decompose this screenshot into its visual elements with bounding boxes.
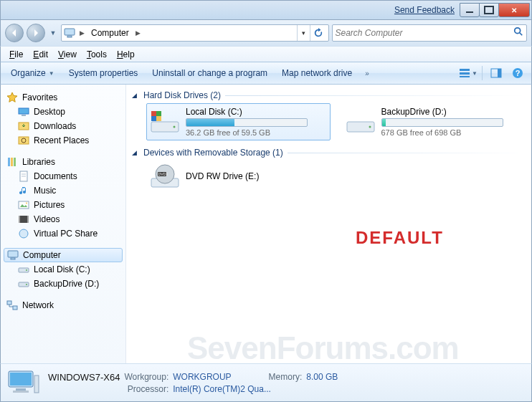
breadcrumb-segment-computer[interactable]: Computer — [88, 25, 132, 41]
maximize-button[interactable] — [479, 3, 499, 17]
sidebar-item-virtualpc[interactable]: Virtual PC Share — [1, 226, 125, 241]
svg-rect-36 — [13, 306, 17, 310]
sidebar-item-pictures[interactable]: Pictures — [1, 198, 125, 212]
svg-rect-41 — [156, 116, 161, 121]
computer-icon — [63, 27, 76, 39]
sidebar-item-backup-drive-d[interactable]: BackupDrive (D:) — [1, 277, 125, 291]
drive-freespace: 678 GB free of 698 GB — [381, 128, 523, 137]
svg-line-3 — [520, 33, 523, 36]
details-memory: 8.00 GB — [306, 372, 338, 382]
drive-local-disk-c[interactable]: Local Disk (C:) 36.2 GB free of 59.5 GB — [146, 103, 331, 140]
downloads-icon — [18, 120, 29, 132]
close-button[interactable] — [498, 3, 530, 17]
search-input[interactable] — [336, 28, 514, 38]
svg-rect-52 — [16, 388, 26, 391]
capacity-bar — [381, 118, 503, 127]
svg-rect-53 — [13, 391, 29, 393]
nav-history-dropdown[interactable]: ▼ — [48, 24, 58, 42]
command-bar: Organize▼ System properties Uninstall or… — [0, 62, 532, 85]
sidebar-item-local-disk-c[interactable]: Local Disk (C:) — [1, 262, 125, 277]
sidebar-favorites[interactable]: Favorites — [1, 90, 125, 105]
back-button[interactable] — [5, 24, 24, 42]
sidebar-item-videos[interactable]: Videos — [1, 212, 125, 226]
address-bar[interactable]: ▶ Computer ▶ ▾ — [61, 24, 329, 42]
side-group-libraries: Libraries Documents Music Pictures Video… — [1, 155, 125, 241]
menu-edit[interactable]: Edit — [29, 48, 52, 61]
svg-rect-29 — [8, 251, 18, 257]
videos-icon — [18, 214, 29, 225]
side-group-network: Network — [1, 298, 125, 312]
drive-icon — [18, 278, 29, 289]
help-button[interactable]: ? — [508, 64, 527, 82]
overlay-default: DEFAULT — [356, 228, 444, 248]
svg-text:?: ? — [516, 69, 521, 77]
watermark: SevenForums.com — [187, 330, 459, 363]
documents-icon — [18, 171, 29, 182]
cmd-organize[interactable]: Organize▼ — [5, 65, 60, 81]
group-removable[interactable]: ◢ Devices with Removable Storage (1) — [132, 148, 526, 158]
search-box[interactable] — [332, 24, 528, 42]
sidebar-item-recent[interactable]: Recent Places — [1, 133, 125, 148]
svg-rect-35 — [7, 301, 11, 305]
minimize-button[interactable] — [460, 3, 480, 17]
menu-file[interactable]: File — [5, 48, 27, 61]
refresh-button[interactable] — [310, 25, 327, 41]
network-icon — [6, 300, 18, 311]
svg-rect-40 — [151, 116, 156, 121]
svg-rect-27 — [27, 216, 29, 223]
menu-view[interactable]: View — [54, 48, 81, 61]
star-icon — [6, 92, 18, 103]
menu-tools[interactable]: Tools — [82, 48, 111, 61]
side-group-computer: Computer Local Disk (C:) BackupDrive (D:… — [1, 248, 125, 291]
details-name: WINDOWS7-X64 — [48, 372, 120, 383]
sidebar-item-music[interactable]: Music — [1, 183, 125, 198]
main-area: Favorites Desktop Downloads Recent Place… — [0, 85, 532, 363]
menu-help[interactable]: Help — [113, 48, 139, 61]
removable-row: DVD DVD RW Drive (E:) — [146, 161, 526, 193]
address-dropdown[interactable]: ▾ — [297, 25, 310, 41]
breadcrumb-arrow[interactable]: ▶ — [133, 29, 143, 37]
recent-icon — [18, 135, 29, 146]
breadcrumb-root-arrow[interactable]: ▶ — [77, 29, 87, 37]
hdd-row: Local Disk (C:) 36.2 GB free of 59.5 GB … — [146, 103, 526, 140]
details-workgroup-label: Workgroup: — [124, 372, 168, 382]
details-workgroup: WORKGROUP — [173, 372, 231, 382]
navigation-pane: Favorites Desktop Downloads Recent Place… — [1, 85, 126, 363]
svg-point-28 — [19, 229, 28, 238]
sidebar-label: Favorites — [22, 92, 57, 102]
svg-point-24 — [26, 203, 27, 204]
svg-rect-12 — [22, 115, 26, 116]
capacity-bar — [186, 118, 308, 127]
sidebar-item-desktop[interactable]: Desktop — [1, 105, 125, 119]
svg-rect-18 — [14, 158, 16, 166]
cmd-overflow[interactable]: » — [361, 70, 374, 77]
view-mode-button[interactable]: ▼ — [459, 64, 478, 82]
cmd-system-properties[interactable]: System properties — [63, 65, 144, 81]
preview-pane-button[interactable] — [487, 64, 505, 82]
svg-point-32 — [26, 269, 27, 271]
side-group-favorites: Favorites Desktop Downloads Recent Place… — [1, 90, 125, 148]
cmd-map-drive[interactable]: Map network drive — [276, 65, 358, 81]
drive-backup-d[interactable]: BackupDrive (D:) 678 GB free of 698 GB — [342, 103, 526, 140]
sidebar-item-documents[interactable]: Documents — [1, 169, 125, 183]
sidebar-network[interactable]: Network — [1, 298, 125, 312]
forward-button[interactable] — [27, 24, 45, 42]
sidebar-item-downloads[interactable]: Downloads — [1, 119, 125, 133]
svg-rect-26 — [19, 216, 20, 223]
drive-label: BackupDrive (D:) — [381, 107, 523, 117]
sidebar-computer[interactable]: Computer — [4, 248, 123, 262]
svg-rect-22 — [19, 201, 29, 209]
group-hdd[interactable]: ◢ Hard Disk Drives (2) — [132, 90, 526, 100]
collapse-icon[interactable]: ◢ — [132, 149, 139, 156]
cmd-uninstall-program[interactable]: Uninstall or change a program — [146, 65, 273, 81]
send-feedback-link[interactable]: Send Feedback — [394, 5, 455, 15]
details-processor-label: Processor: — [124, 384, 168, 394]
share-icon — [18, 228, 29, 239]
details-memory-label: Memory: — [269, 372, 303, 382]
drive-dvd-e[interactable]: DVD DVD RW Drive (E:) — [146, 161, 304, 193]
sidebar-libraries[interactable]: Libraries — [1, 155, 125, 169]
content-pane: ◢ Hard Disk Drives (2) Local Disk (C:) 3… — [126, 85, 531, 363]
collapse-icon[interactable]: ◢ — [132, 92, 139, 99]
svg-rect-11 — [19, 108, 29, 114]
svg-text:DVD: DVD — [158, 172, 166, 176]
